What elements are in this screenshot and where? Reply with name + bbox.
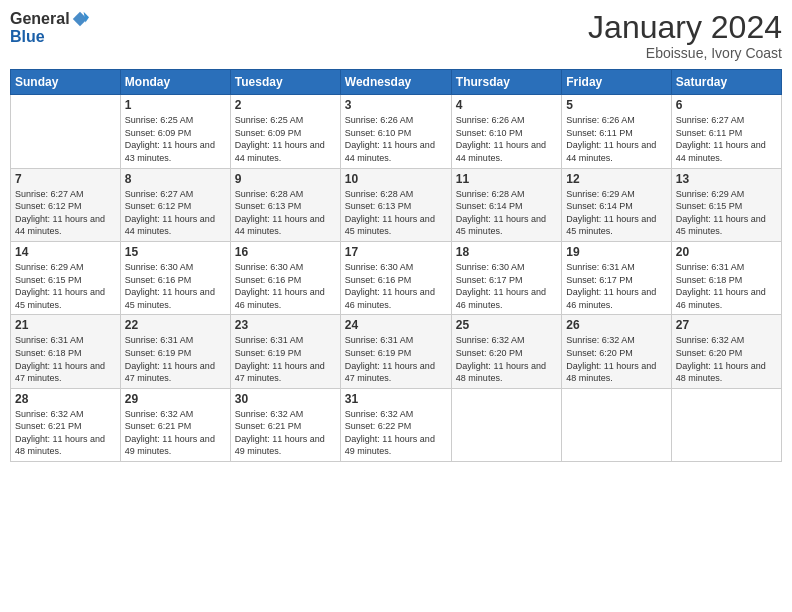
day-number: 29 [125, 392, 226, 406]
day-info: Sunrise: 6:32 AMSunset: 6:21 PMDaylight:… [15, 408, 116, 458]
day-info: Sunrise: 6:26 AMSunset: 6:11 PMDaylight:… [566, 114, 666, 164]
calendar-cell: 1Sunrise: 6:25 AMSunset: 6:09 PMDaylight… [120, 95, 230, 168]
calendar-header-monday: Monday [120, 70, 230, 95]
day-number: 3 [345, 98, 447, 112]
calendar-cell: 7Sunrise: 6:27 AMSunset: 6:12 PMDaylight… [11, 168, 121, 241]
logo-icon [71, 10, 89, 28]
day-number: 27 [676, 318, 777, 332]
day-number: 17 [345, 245, 447, 259]
day-number: 12 [566, 172, 666, 186]
calendar-cell: 5Sunrise: 6:26 AMSunset: 6:11 PMDaylight… [562, 95, 671, 168]
day-info: Sunrise: 6:26 AMSunset: 6:10 PMDaylight:… [456, 114, 557, 164]
day-info: Sunrise: 6:31 AMSunset: 6:19 PMDaylight:… [235, 334, 336, 384]
day-info: Sunrise: 6:32 AMSunset: 6:20 PMDaylight:… [456, 334, 557, 384]
calendar-cell: 6Sunrise: 6:27 AMSunset: 6:11 PMDaylight… [671, 95, 781, 168]
month-title: January 2024 [588, 10, 782, 45]
day-number: 28 [15, 392, 116, 406]
header: General Blue January 2024 Eboissue, Ivor… [10, 10, 782, 61]
calendar-cell: 25Sunrise: 6:32 AMSunset: 6:20 PMDayligh… [451, 315, 561, 388]
calendar-header-wednesday: Wednesday [340, 70, 451, 95]
day-number: 14 [15, 245, 116, 259]
calendar-cell: 3Sunrise: 6:26 AMSunset: 6:10 PMDaylight… [340, 95, 451, 168]
calendar-cell [562, 388, 671, 461]
day-info: Sunrise: 6:27 AMSunset: 6:11 PMDaylight:… [676, 114, 777, 164]
day-info: Sunrise: 6:25 AMSunset: 6:09 PMDaylight:… [125, 114, 226, 164]
day-number: 2 [235, 98, 336, 112]
day-number: 8 [125, 172, 226, 186]
calendar-cell: 20Sunrise: 6:31 AMSunset: 6:18 PMDayligh… [671, 241, 781, 314]
day-number: 22 [125, 318, 226, 332]
day-info: Sunrise: 6:32 AMSunset: 6:20 PMDaylight:… [566, 334, 666, 384]
day-info: Sunrise: 6:30 AMSunset: 6:16 PMDaylight:… [125, 261, 226, 311]
day-number: 25 [456, 318, 557, 332]
day-info: Sunrise: 6:31 AMSunset: 6:17 PMDaylight:… [566, 261, 666, 311]
day-number: 19 [566, 245, 666, 259]
day-number: 15 [125, 245, 226, 259]
logo: General Blue [10, 10, 89, 46]
calendar-header-friday: Friday [562, 70, 671, 95]
calendar-table: SundayMondayTuesdayWednesdayThursdayFrid… [10, 69, 782, 462]
day-info: Sunrise: 6:32 AMSunset: 6:20 PMDaylight:… [676, 334, 777, 384]
calendar-cell [451, 388, 561, 461]
calendar-cell: 29Sunrise: 6:32 AMSunset: 6:21 PMDayligh… [120, 388, 230, 461]
day-number: 6 [676, 98, 777, 112]
calendar-cell: 8Sunrise: 6:27 AMSunset: 6:12 PMDaylight… [120, 168, 230, 241]
day-number: 9 [235, 172, 336, 186]
calendar-cell: 18Sunrise: 6:30 AMSunset: 6:17 PMDayligh… [451, 241, 561, 314]
calendar-cell: 16Sunrise: 6:30 AMSunset: 6:16 PMDayligh… [230, 241, 340, 314]
day-info: Sunrise: 6:26 AMSunset: 6:10 PMDaylight:… [345, 114, 447, 164]
calendar-cell: 17Sunrise: 6:30 AMSunset: 6:16 PMDayligh… [340, 241, 451, 314]
day-number: 10 [345, 172, 447, 186]
day-info: Sunrise: 6:30 AMSunset: 6:16 PMDaylight:… [345, 261, 447, 311]
day-number: 31 [345, 392, 447, 406]
day-info: Sunrise: 6:27 AMSunset: 6:12 PMDaylight:… [125, 188, 226, 238]
day-info: Sunrise: 6:32 AMSunset: 6:21 PMDaylight:… [125, 408, 226, 458]
day-number: 30 [235, 392, 336, 406]
day-number: 7 [15, 172, 116, 186]
day-info: Sunrise: 6:29 AMSunset: 6:15 PMDaylight:… [15, 261, 116, 311]
day-info: Sunrise: 6:29 AMSunset: 6:14 PMDaylight:… [566, 188, 666, 238]
day-info: Sunrise: 6:27 AMSunset: 6:12 PMDaylight:… [15, 188, 116, 238]
day-number: 13 [676, 172, 777, 186]
day-info: Sunrise: 6:31 AMSunset: 6:19 PMDaylight:… [345, 334, 447, 384]
day-info: Sunrise: 6:31 AMSunset: 6:18 PMDaylight:… [15, 334, 116, 384]
location: Eboissue, Ivory Coast [588, 45, 782, 61]
calendar-cell [11, 95, 121, 168]
calendar-cell: 21Sunrise: 6:31 AMSunset: 6:18 PMDayligh… [11, 315, 121, 388]
calendar-cell [671, 388, 781, 461]
calendar-cell: 13Sunrise: 6:29 AMSunset: 6:15 PMDayligh… [671, 168, 781, 241]
calendar-cell: 12Sunrise: 6:29 AMSunset: 6:14 PMDayligh… [562, 168, 671, 241]
calendar-cell: 30Sunrise: 6:32 AMSunset: 6:21 PMDayligh… [230, 388, 340, 461]
calendar-cell: 10Sunrise: 6:28 AMSunset: 6:13 PMDayligh… [340, 168, 451, 241]
day-info: Sunrise: 6:31 AMSunset: 6:18 PMDaylight:… [676, 261, 777, 311]
calendar-cell: 19Sunrise: 6:31 AMSunset: 6:17 PMDayligh… [562, 241, 671, 314]
calendar-header-tuesday: Tuesday [230, 70, 340, 95]
calendar-cell: 14Sunrise: 6:29 AMSunset: 6:15 PMDayligh… [11, 241, 121, 314]
calendar-header-saturday: Saturday [671, 70, 781, 95]
calendar-cell: 4Sunrise: 6:26 AMSunset: 6:10 PMDaylight… [451, 95, 561, 168]
day-info: Sunrise: 6:28 AMSunset: 6:13 PMDaylight:… [345, 188, 447, 238]
day-number: 1 [125, 98, 226, 112]
logo-general-text: General [10, 10, 70, 28]
day-info: Sunrise: 6:31 AMSunset: 6:19 PMDaylight:… [125, 334, 226, 384]
day-number: 21 [15, 318, 116, 332]
day-info: Sunrise: 6:32 AMSunset: 6:22 PMDaylight:… [345, 408, 447, 458]
title-block: January 2024 Eboissue, Ivory Coast [588, 10, 782, 61]
calendar-cell: 2Sunrise: 6:25 AMSunset: 6:09 PMDaylight… [230, 95, 340, 168]
day-info: Sunrise: 6:28 AMSunset: 6:14 PMDaylight:… [456, 188, 557, 238]
calendar-cell: 15Sunrise: 6:30 AMSunset: 6:16 PMDayligh… [120, 241, 230, 314]
day-info: Sunrise: 6:25 AMSunset: 6:09 PMDaylight:… [235, 114, 336, 164]
logo-blue-text: Blue [10, 28, 89, 46]
day-number: 5 [566, 98, 666, 112]
calendar-cell: 28Sunrise: 6:32 AMSunset: 6:21 PMDayligh… [11, 388, 121, 461]
calendar-header-sunday: Sunday [11, 70, 121, 95]
day-number: 16 [235, 245, 336, 259]
day-info: Sunrise: 6:30 AMSunset: 6:17 PMDaylight:… [456, 261, 557, 311]
day-number: 4 [456, 98, 557, 112]
day-info: Sunrise: 6:30 AMSunset: 6:16 PMDaylight:… [235, 261, 336, 311]
calendar-cell: 27Sunrise: 6:32 AMSunset: 6:20 PMDayligh… [671, 315, 781, 388]
calendar-cell: 31Sunrise: 6:32 AMSunset: 6:22 PMDayligh… [340, 388, 451, 461]
day-number: 18 [456, 245, 557, 259]
calendar-cell: 23Sunrise: 6:31 AMSunset: 6:19 PMDayligh… [230, 315, 340, 388]
day-number: 24 [345, 318, 447, 332]
